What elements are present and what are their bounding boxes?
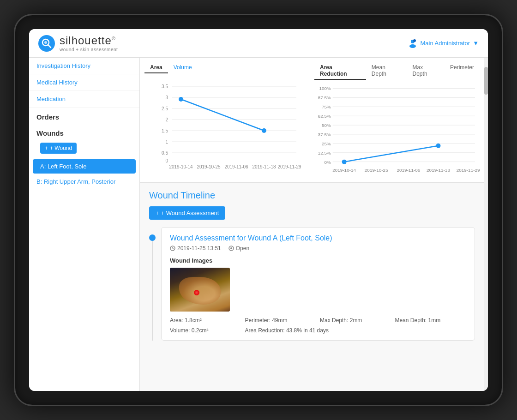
tablet-frame: silhouette® wound + skin assessment Main… [14, 14, 503, 406]
svg-text:12.5%: 12.5% [318, 150, 331, 156]
app-header: silhouette® wound + skin assessment Main… [29, 29, 488, 58]
wound-b-item[interactable]: B: Right Upper Arm, Posterior [29, 174, 139, 189]
assessment-card: Wound Assessment for Wound A (Left Foot,… [161, 227, 475, 341]
svg-text:62.5%: 62.5% [318, 114, 331, 119]
wound-timeline-title: Wound Timeline [149, 190, 475, 201]
user-menu[interactable]: Main Administrator ▼ [408, 39, 479, 48]
timeline-container: Wound Assessment for Wound A (Left Foot,… [149, 227, 475, 341]
area-reduction-chart-tabs: Area Reduction Mean Depth Max Depth Peri… [314, 62, 480, 80]
logo-text: silhouette® wound + skin assessment [60, 34, 118, 52]
wound-image-inner [170, 268, 230, 312]
wound-images-title: Wound Images [170, 257, 466, 264]
timeline-line [152, 241, 153, 341]
svg-text:37.5%: 37.5% [318, 132, 331, 137]
area-reduction-chart-container: Area Reduction Mean Depth Max Depth Peri… [314, 62, 480, 178]
area-reduction-chart-svg: 100% 87.5% 75% 62.5% 50% 37.5% 25% 12.5%… [314, 84, 480, 176]
add-wound-button[interactable]: + + Wound [40, 143, 77, 154]
svg-text:50%: 50% [322, 123, 331, 128]
svg-text:0.5: 0.5 [162, 150, 168, 156]
dropdown-arrow-icon: ▼ [473, 40, 479, 47]
svg-point-4 [409, 44, 416, 48]
screen: silhouette® wound + skin assessment Main… [29, 29, 488, 391]
svg-point-2 [44, 41, 47, 44]
svg-text:2: 2 [165, 117, 168, 122]
sidebar-item-medication[interactable]: Medication [29, 91, 139, 108]
svg-text:3.5: 3.5 [162, 84, 168, 89]
svg-text:2019-11-18: 2019-11-18 [252, 164, 276, 169]
wound-marker [194, 290, 199, 295]
svg-text:1: 1 [165, 139, 168, 144]
svg-text:25%: 25% [322, 141, 331, 146]
add-assessment-button[interactable]: + + Wound Assessment [149, 206, 225, 220]
stat-volume: Volume: 0.2cm³ [170, 327, 241, 334]
sidebar-item-investigation-history[interactable]: Investigation History [29, 58, 139, 74]
sidebar: Investigation History Medical History Me… [29, 58, 140, 391]
timeline-dot-col [149, 227, 156, 341]
svg-text:2019-11-29: 2019-11-29 [457, 168, 480, 173]
sidebar-item-medical-history[interactable]: Medical History [29, 74, 139, 91]
assessment-title: Wound Assessment for Wound A (Left Foot,… [170, 234, 466, 242]
stat-perimeter: Perimeter: 49mm [245, 317, 317, 324]
user-icon [408, 39, 417, 48]
scrollbar[interactable] [484, 58, 488, 391]
svg-line-55 [173, 248, 174, 249]
assessment-status: Open [228, 245, 249, 252]
svg-text:2019-11-06: 2019-11-06 [224, 164, 248, 169]
plus-icon: + [45, 145, 48, 151]
app-subtitle: wound + skin assessment [60, 47, 118, 52]
tab-volume[interactable]: Volume [168, 62, 198, 73]
timeline-dot [149, 234, 156, 241]
main-content: Investigation History Medical History Me… [29, 58, 488, 391]
assessment-date: 2019-11-25 13:51 [170, 245, 221, 252]
orders-section: Orders [29, 108, 139, 124]
tab-max-depth[interactable]: Max Depth [407, 62, 445, 80]
svg-point-26 [179, 97, 183, 102]
svg-text:2019-10-14: 2019-10-14 [169, 164, 193, 169]
svg-text:3: 3 [165, 95, 168, 100]
stat-mean-depth: Mean Depth: 1mm [395, 317, 467, 324]
assessment-stats: Area: 1.8cm² Perimeter: 49mm Max Depth: … [170, 317, 466, 334]
tab-area-reduction[interactable]: Area Reduction [314, 62, 366, 80]
app-name: silhouette® [60, 34, 118, 47]
svg-line-1 [48, 45, 51, 48]
tab-mean-depth[interactable]: Mean Depth [366, 62, 407, 80]
assessment-meta: 2019-11-25 13:51 Open [170, 245, 466, 252]
wound-a-item[interactable]: A: Left Foot, Sole [33, 159, 136, 174]
svg-text:2019-10-14: 2019-10-14 [332, 168, 356, 173]
app-logo-icon [38, 35, 55, 52]
tab-area[interactable]: Area [144, 62, 168, 73]
svg-text:87.5%: 87.5% [318, 95, 331, 100]
svg-text:0: 0 [165, 158, 168, 163]
svg-text:1.5: 1.5 [162, 128, 168, 133]
svg-text:2019-11-29: 2019-11-29 [277, 164, 301, 169]
area-chart-svg: 3.5 3 2.5 2 1.5 1 0.5 0 2019-10-14 2019-… [144, 77, 310, 169]
wounds-section: Wounds [29, 124, 139, 140]
stat-area-reduction: Area Reduction: 43.8% in 41 days [245, 327, 391, 334]
content-area: Area Volume [140, 58, 484, 391]
stat-area: Area: 1.8cm² [170, 317, 241, 324]
svg-text:2019-11-18: 2019-11-18 [427, 168, 450, 173]
svg-text:0%: 0% [324, 160, 331, 165]
svg-text:2019-10-25: 2019-10-25 [197, 164, 221, 169]
svg-point-5 [413, 39, 416, 42]
svg-point-27 [262, 128, 266, 133]
charts-row: Area Volume [140, 58, 484, 183]
tab-perimeter[interactable]: Perimeter [445, 62, 480, 80]
stat-max-depth: Max Depth: 2mm [320, 317, 391, 324]
svg-point-51 [342, 160, 347, 164]
svg-text:75%: 75% [322, 104, 331, 109]
clock-icon [170, 246, 175, 251]
svg-point-57 [230, 247, 232, 249]
svg-point-52 [436, 144, 441, 148]
status-icon [228, 246, 234, 251]
wound-image[interactable] [170, 268, 230, 312]
area-chart-container: Area Volume [144, 62, 310, 178]
svg-text:2.5: 2.5 [162, 106, 168, 111]
wound-timeline-section: Wound Timeline + + Wound Assessment Woun… [140, 183, 484, 348]
plus-icon-assessment: + [156, 210, 159, 216]
svg-text:2019-11-06: 2019-11-06 [397, 168, 420, 173]
svg-text:100%: 100% [319, 86, 331, 91]
svg-text:2019-10-25: 2019-10-25 [365, 168, 388, 173]
area-chart-tabs: Area Volume [144, 62, 310, 73]
user-name: Main Administrator [420, 40, 470, 47]
